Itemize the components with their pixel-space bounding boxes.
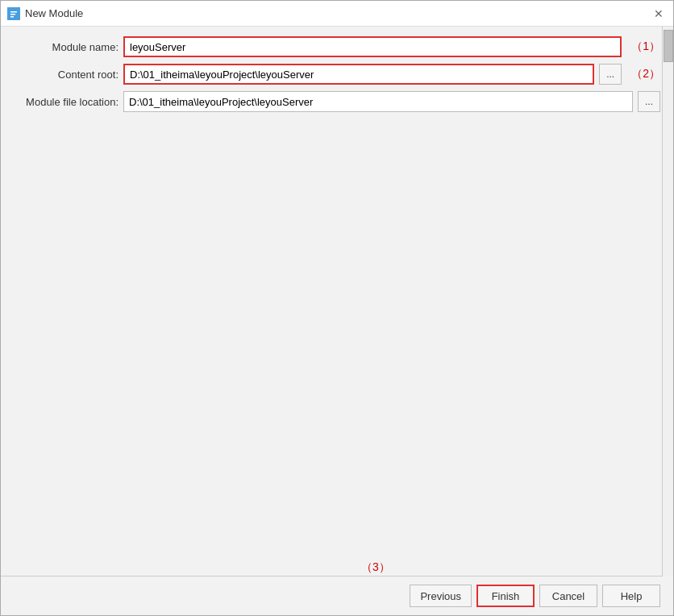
scroll-thumb xyxy=(664,30,673,62)
content-root-input[interactable] xyxy=(123,64,594,85)
content-root-browse-button[interactable]: ... xyxy=(599,64,622,85)
module-name-input[interactable] xyxy=(123,36,622,57)
module-name-row: Module name: （1） xyxy=(14,36,660,57)
finish-button[interactable]: Finish xyxy=(476,585,535,607)
module-file-label: Module file location: xyxy=(14,96,119,108)
main-body xyxy=(14,119,660,566)
annotation-1: （1） xyxy=(631,40,660,54)
svg-rect-1 xyxy=(10,11,17,13)
previous-button[interactable]: Previous xyxy=(410,585,472,607)
annotation-3: （3） xyxy=(361,560,390,575)
footer: （3） Previous Finish Cancel Help xyxy=(1,576,673,615)
close-button[interactable]: ✕ xyxy=(651,6,667,22)
new-module-dialog: New Module ✕ Module name: （1） Content ro… xyxy=(0,0,674,616)
module-file-input[interactable] xyxy=(123,91,633,112)
svg-rect-3 xyxy=(10,16,14,18)
content-area: Module name: （1） Content root: ... （2） M… xyxy=(1,27,673,576)
svg-rect-2 xyxy=(10,14,15,15)
module-file-browse-button[interactable]: ... xyxy=(638,91,660,112)
module-file-row: Module file location: ... xyxy=(14,91,660,112)
annotation-2: （2） xyxy=(631,67,660,81)
title-bar: New Module ✕ xyxy=(1,1,673,27)
title-bar-left: New Module xyxy=(7,7,83,20)
help-button[interactable]: Help xyxy=(602,585,660,607)
vertical-scrollbar[interactable] xyxy=(662,27,673,576)
content-root-row: Content root: ... （2） xyxy=(14,64,660,85)
content-root-label: Content root: xyxy=(14,69,119,81)
module-icon xyxy=(7,7,20,20)
cancel-button[interactable]: Cancel xyxy=(539,585,597,607)
dialog-title: New Module xyxy=(25,7,83,19)
module-name-label: Module name: xyxy=(14,41,119,53)
